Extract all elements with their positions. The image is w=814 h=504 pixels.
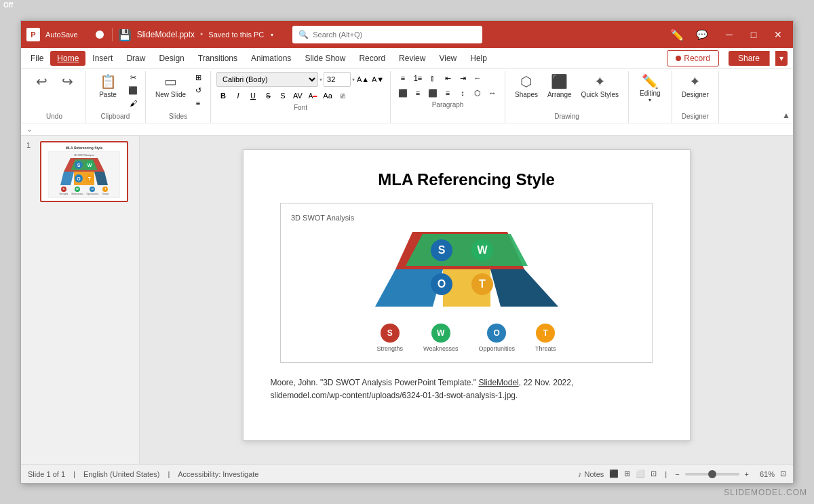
reset-button[interactable]: ↺ [191, 84, 205, 96]
undo-button[interactable]: ↩ [29, 71, 54, 92]
close-button[interactable]: ✕ [769, 25, 788, 44]
collapse-ribbon-button[interactable]: ▲ [782, 71, 790, 123]
new-slide-icon: ▭ [164, 73, 177, 90]
paragraph-label: Paragraph [396, 100, 499, 111]
zoom-thumb[interactable] [708, 470, 716, 478]
bold-button[interactable]: B [216, 90, 230, 102]
cut-button[interactable]: ✂ [126, 71, 140, 83]
paste-button[interactable]: 📋 Paste [91, 71, 125, 100]
rtl-button[interactable]: ← [471, 72, 484, 84]
bullets-button[interactable]: ≡ [396, 72, 410, 84]
strikethrough-button[interactable]: S̶ [261, 90, 275, 102]
font-family-caret[interactable]: ▾ [319, 77, 322, 83]
slide-number: 1 [26, 141, 36, 149]
underline-button[interactable]: U [246, 90, 260, 102]
fit-slide-icon[interactable]: ⊡ [780, 469, 786, 478]
status-view-normal[interactable]: ⬛ [609, 469, 619, 478]
record-button[interactable]: Record [667, 50, 719, 66]
indent-decrease[interactable]: ⇤ [441, 72, 454, 84]
menu-home[interactable]: Home [50, 51, 85, 66]
section-button[interactable]: ≡ [191, 97, 205, 109]
accessibility-status[interactable]: Accessibility: Investigate [178, 470, 258, 478]
menu-draw[interactable]: Draw [119, 51, 152, 66]
font-color-button[interactable]: A▬ [306, 90, 319, 102]
status-divider-1: | [73, 470, 75, 478]
status-view-grid[interactable]: ⊞ [624, 469, 630, 478]
clear-format-button[interactable]: ⎚ [336, 90, 349, 102]
status-view-presenter[interactable]: ⊡ [651, 469, 657, 478]
customize-quick-access[interactable]: ⌄ [26, 125, 33, 134]
font-size-increase[interactable]: A▲ [356, 73, 370, 85]
comment-icon[interactable]: 💬 [696, 29, 708, 40]
menu-file[interactable]: File [24, 51, 50, 66]
zoom-in-icon[interactable]: + [745, 470, 749, 478]
quick-styles-button[interactable]: ✦ Quick Styles [577, 71, 623, 100]
restore-button[interactable]: □ [744, 25, 763, 44]
shapes-button[interactable]: ⬡ Shapes [511, 71, 542, 100]
text-direction[interactable]: ↔ [486, 87, 499, 99]
minimize-icon: ─ [726, 29, 733, 40]
slide-canvas[interactable]: MLA Referencing Style 3D SWOT Analysis [243, 149, 691, 441]
arrange-button[interactable]: ⬛ Arrange [543, 71, 576, 100]
align-left[interactable]: ⬛ [396, 87, 410, 99]
text-case-button[interactable]: Aa [321, 90, 334, 102]
align-center[interactable]: ≡ [411, 87, 425, 99]
font-size-caret[interactable]: ▾ [352, 77, 355, 83]
menu-view[interactable]: View [432, 51, 463, 66]
main-area: MLA Referencing Style 3D SWOT Analysis [140, 136, 793, 464]
save-icon[interactable]: 💾 [118, 28, 132, 41]
convert-to-smartart[interactable]: ⬡ [471, 87, 484, 99]
menu-transitions[interactable]: Transitions [191, 51, 244, 66]
menu-animations[interactable]: Animations [244, 51, 298, 66]
indent-increase[interactable]: ⇥ [456, 72, 469, 84]
columns-button[interactable]: ⫿ [426, 72, 440, 84]
share-dropdown[interactable]: ▾ [775, 51, 788, 66]
menu-record[interactable]: Record [352, 51, 392, 66]
paragraph-group: ≡ 1≡ ⫿ ⇤ ⇥ ← ⬛ ≡ ⬛ ≡ ↕ ⬡ ↔ [391, 71, 505, 123]
designer-button[interactable]: ✦ Designer [678, 71, 713, 100]
clipboard-secondary: ✂ ⬛ 🖌 [126, 71, 140, 109]
close-icon: ✕ [774, 29, 782, 40]
redo-button[interactable]: ↪ [55, 71, 79, 92]
autosave-toggle[interactable]: Off [83, 29, 106, 40]
font-family-select[interactable]: Calibri (Body) [216, 72, 318, 87]
shadow-button[interactable]: S [276, 90, 290, 102]
font-size-input[interactable] [324, 72, 351, 87]
zoom-level[interactable]: 61% [754, 470, 775, 478]
menu-help[interactable]: Help [463, 51, 494, 66]
numbering-button[interactable]: 1≡ [411, 72, 425, 84]
pencil-icon[interactable]: ✏️ [670, 28, 684, 41]
format-painter-button[interactable]: 🖌 [126, 97, 140, 109]
svg-text:W: W [88, 163, 92, 168]
copy-button[interactable]: ⬛ [126, 84, 140, 96]
editing-label: Editing [640, 90, 661, 97]
zoom-out-icon[interactable]: − [675, 470, 679, 478]
search-bar[interactable]: 🔍 [292, 26, 482, 43]
font-label: Font [216, 102, 385, 114]
italic-button[interactable]: I [231, 90, 245, 102]
font-size-decrease[interactable]: A▼ [371, 73, 385, 85]
zoom-slider[interactable] [685, 473, 739, 476]
justify-button[interactable]: ≡ [441, 87, 454, 99]
search-input[interactable] [313, 31, 476, 39]
layout-button[interactable]: ⊞ [191, 71, 205, 83]
file-caret[interactable]: ▾ [271, 32, 273, 38]
char-spacing-button[interactable]: AV [291, 90, 305, 102]
thumb-label-w: Weaknesses [71, 193, 83, 195]
menu-design[interactable]: Design [152, 51, 191, 66]
clipboard-label: Clipboard [91, 111, 140, 123]
menu-insert[interactable]: Insert [85, 51, 119, 66]
new-slide-button[interactable]: ▭ New Slide [151, 71, 190, 100]
notes-button[interactable]: ♪ Notes [578, 470, 604, 478]
line-spacing[interactable]: ↕ [456, 87, 469, 99]
minimize-button[interactable]: ─ [720, 25, 739, 44]
slide-thumbnail[interactable]: MLA Referencing Style 3D SWOT Analysis [40, 141, 128, 202]
share-button[interactable]: Share [729, 51, 770, 66]
svg-text:W: W [477, 244, 488, 256]
status-view-reading[interactable]: ⬜ [636, 469, 645, 478]
menu-slideshow[interactable]: Slide Show [298, 51, 352, 66]
language-status[interactable]: English (United States) [83, 470, 160, 478]
menu-review[interactable]: Review [392, 51, 432, 66]
align-right[interactable]: ⬛ [426, 87, 440, 99]
editing-button[interactable]: ✏️ Editing ▾ [634, 71, 666, 105]
